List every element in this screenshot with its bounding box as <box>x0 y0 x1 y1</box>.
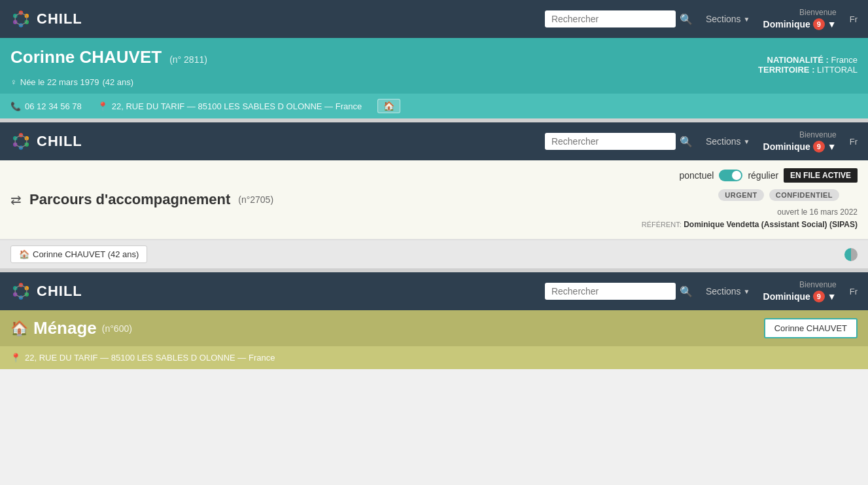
chevron-down-icon-2: ▼ <box>744 138 750 145</box>
person-right-info: NATIONALITÉ : France TERRITOIRE : LITTOR… <box>758 55 858 75</box>
status-badge: EN FILE ACTIVE <box>784 168 858 183</box>
search-area-2: 🔍 <box>545 133 693 150</box>
person-header: Corinne CHAUVET (n° 2811) NATIONALITÉ : … <box>0 38 868 94</box>
territoire-line: TERRITOIRE : LITTORAL <box>758 65 858 75</box>
app-name-2: CHILL <box>37 133 82 150</box>
logo-icon-3 <box>10 281 31 302</box>
user-area-2: Bienvenue Dominique 9 ▼ <box>763 130 837 153</box>
chevron-down-icon-3: ▼ <box>744 288 750 295</box>
ouvert-date: ouvert le 16 mars 2022 <box>642 206 858 219</box>
search-input-3[interactable] <box>545 283 676 300</box>
menage-location-icon: 📍 <box>10 353 21 363</box>
sections-menu-1[interactable]: Sections ▼ <box>706 14 750 24</box>
lang-selector-3[interactable]: Fr <box>850 287 858 296</box>
territoire-label: TERRITOIRE : <box>758 65 814 75</box>
search-area-1: 🔍 <box>545 10 693 27</box>
tag-confidentiel: CONFIDENTIEL <box>769 189 839 201</box>
nationalite-label: NATIONALITÉ : <box>767 55 829 65</box>
bienvenue-label-1: Bienvenue <box>799 8 837 18</box>
phone-item: 📞 06 12 34 56 78 <box>10 101 82 111</box>
person-number: (n° 2811) <box>169 54 207 65</box>
phone-icon: 📞 <box>10 101 21 111</box>
sections-menu-3[interactable]: Sections ▼ <box>706 286 750 296</box>
app-name-3: CHILL <box>37 283 82 300</box>
parcours-header: ⇄ Parcours d'accompagnement (n°2705) pon… <box>0 160 868 240</box>
referent-name: Dominique Vendetta (Assistant Social) (S… <box>684 220 858 229</box>
notification-badge-1: 9 <box>813 18 825 30</box>
birthdate: Née le 22 mars 1979 <box>20 77 99 87</box>
lang-selector-2[interactable]: Fr <box>850 137 858 147</box>
search-button-2[interactable]: 🔍 <box>680 135 693 148</box>
parcours-top: ⇄ Parcours d'accompagnement (n°2705) pon… <box>10 168 858 231</box>
search-button-1[interactable]: 🔍 <box>680 13 693 26</box>
chevron-down-icon-1: ▼ <box>744 16 750 23</box>
menage-number: (n°600) <box>102 323 132 334</box>
parcours-number: (n°2705) <box>238 194 273 205</box>
bienvenue-label-2: Bienvenue <box>799 130 837 141</box>
shuffle-icon: ⇄ <box>10 192 22 207</box>
user-area-1: Bienvenue Dominique 9 ▼ <box>763 8 837 30</box>
menage-address-bar: 📍 22, RUE DU TARIF — 85100 LES SABLES D … <box>0 346 868 369</box>
search-input-2[interactable] <box>545 133 676 150</box>
username-3: Dominique 9 ▼ <box>763 291 837 302</box>
sections-label-3: Sections <box>706 286 741 296</box>
ponctuel-label: ponctuel <box>679 170 714 181</box>
gender-icon: ♀ <box>10 77 17 87</box>
menage-right: Corinne CHAUVET <box>764 318 858 338</box>
menage-address-text: 22, RUE DU TARIF — 85100 LES SABLES D OL… <box>25 353 275 363</box>
logo-1: CHILL <box>10 9 82 29</box>
parcours-title: Parcours d'accompagnement <box>29 191 230 208</box>
bienvenue-label-3: Bienvenue <box>799 280 837 291</box>
logo-3: CHILL <box>10 281 82 302</box>
referent-line: RÉFÉRENT: Dominique Vendetta (Assistant … <box>642 219 858 231</box>
home-icon-bar: 🏠 <box>19 249 29 259</box>
tag-urgent: URGENT <box>718 189 763 201</box>
location-icon: 📍 <box>97 101 108 111</box>
person-meta: ♀ Née le 22 mars 1979 (42 ans) <box>10 77 858 87</box>
navbar-1: CHILL 🔍 Sections ▼ Bienvenue Dominique 9… <box>0 0 868 38</box>
regulier-label: régulier <box>748 170 778 181</box>
ponctuel-regulier: ponctuel régulier <box>679 170 778 181</box>
navbar-3: CHILL 🔍 Sections ▼ Bienvenue Dominique 9… <box>0 272 868 310</box>
sections-label-2: Sections <box>706 136 741 147</box>
person-header-top: Corinne CHAUVET (n° 2811) NATIONALITÉ : … <box>10 47 858 75</box>
username-1: Dominique 9 ▼ <box>763 18 837 30</box>
parcours-meta: ouvert le 16 mars 2022 RÉFÉRENT: Dominiq… <box>642 206 858 231</box>
sections-menu-2[interactable]: Sections ▼ <box>706 136 750 147</box>
username-2: Dominique 9 ▼ <box>763 141 837 153</box>
menage-person-button[interactable]: Corinne CHAUVET <box>764 318 858 338</box>
ponctuel-toggle[interactable] <box>719 170 742 181</box>
app-name-1: CHILL <box>37 10 82 27</box>
nationalite-value: France <box>831 55 858 65</box>
notification-badge-3: 9 <box>813 291 825 302</box>
sections-label-1: Sections <box>706 14 741 24</box>
person-bar-item[interactable]: 🏠 Corinne CHAUVET (42 ans) <box>10 245 147 263</box>
logo-icon-1 <box>10 9 31 29</box>
person-contact-bar: 📞 06 12 34 56 78 📍 22, RUE DU TARIF — 85… <box>0 94 868 118</box>
search-input-1[interactable] <box>545 10 676 27</box>
phone-number: 06 12 34 56 78 <box>25 101 82 111</box>
address-text: 22, RUE DU TARIF — 85100 LES SABLES D OL… <box>112 101 362 111</box>
home-button[interactable]: 🏠 <box>377 99 400 113</box>
half-circle-icon <box>844 248 858 261</box>
person-bar-label: Corinne CHAUVET (42 ans) <box>33 249 139 259</box>
svg-point-13 <box>19 133 23 137</box>
address-item: 📍 22, RUE DU TARIF — 85100 LES SABLES D … <box>97 101 362 111</box>
person-name: Corinne CHAUVET <box>10 47 162 67</box>
territoire-value: LITTORAL <box>817 65 858 75</box>
search-area-3: 🔍 <box>545 283 693 300</box>
chevron-down-icon-user-1: ▼ <box>827 18 837 30</box>
age: (42 ans) <box>102 77 133 87</box>
menage-home-icon: 🏠 <box>10 320 28 337</box>
person-bar: 🏠 Corinne CHAUVET (42 ans) <box>0 240 868 268</box>
parcours-right: ponctuel régulier EN FILE ACTIVE URGENT … <box>642 168 858 231</box>
menage-header: 🏠 Ménage (n°600) Corinne CHAUVET <box>0 310 868 346</box>
menage-title: Ménage <box>33 318 97 338</box>
logo-icon-2 <box>10 131 31 152</box>
navbar-2: CHILL 🔍 Sections ▼ Bienvenue Dominique 9… <box>0 122 868 160</box>
svg-point-16 <box>19 145 23 149</box>
logo-2: CHILL <box>10 131 82 152</box>
lang-selector-1[interactable]: Fr <box>850 14 858 24</box>
user-area-3: Bienvenue Dominique 9 ▼ <box>763 280 837 302</box>
search-button-3[interactable]: 🔍 <box>680 285 693 298</box>
